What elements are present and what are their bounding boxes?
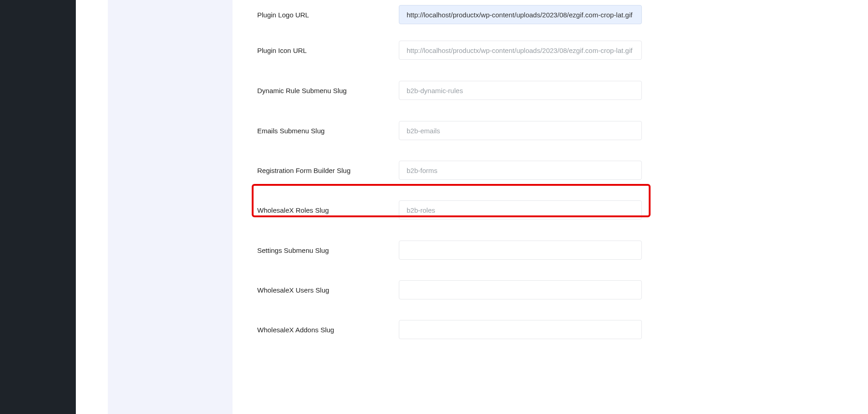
- label-wholesalex-roles-slug: WholesaleX Roles Slug: [257, 206, 399, 214]
- input-wholesalex-addons-slug[interactable]: [399, 320, 642, 339]
- row-wholesalex-users-slug: WholesaleX Users Slug: [257, 270, 841, 310]
- label-plugin-icon-url: Plugin Icon URL: [257, 47, 399, 54]
- row-settings-slug: Settings Submenu Slug: [257, 230, 841, 270]
- row-dynamic-rule-slug: Dynamic Rule Submenu Slug: [257, 70, 841, 110]
- input-plugin-icon-url[interactable]: [399, 41, 642, 60]
- label-dynamic-rule-slug: Dynamic Rule Submenu Slug: [257, 87, 399, 94]
- input-plugin-logo-url-display[interactable]: http://localhost/productx/wp-content/upl…: [399, 5, 642, 24]
- input-registration-form-slug[interactable]: [399, 161, 642, 180]
- label-plugin-logo-url: Plugin Logo URL: [257, 11, 399, 19]
- admin-dark-sidebar: [0, 0, 76, 414]
- row-wholesalex-roles-slug: WholesaleX Roles Slug: [257, 190, 841, 230]
- settings-light-sidebar: [108, 0, 233, 414]
- label-registration-form-slug: Registration Form Builder Slug: [257, 167, 399, 174]
- row-plugin-logo-url: Plugin Logo URL http://localhost/product…: [257, 0, 841, 35]
- input-settings-slug[interactable]: [399, 241, 642, 260]
- input-emails-slug[interactable]: [399, 121, 642, 140]
- row-emails-slug: Emails Submenu Slug: [257, 110, 841, 151]
- row-registration-form-slug: Registration Form Builder Slug: [257, 150, 841, 190]
- label-wholesalex-addons-slug: WholesaleX Addons Slug: [257, 326, 399, 334]
- input-plugin-logo-url-text: http://localhost/productx/wp-content/upl…: [407, 11, 632, 19]
- settings-content: Plugin Logo URL http://localhost/product…: [233, 0, 868, 414]
- input-wholesalex-users-slug[interactable]: [399, 280, 642, 299]
- row-plugin-icon-url: Plugin Icon URL: [257, 30, 841, 70]
- row-wholesalex-addons-slug: WholesaleX Addons Slug: [257, 309, 841, 350]
- input-dynamic-rule-slug[interactable]: [399, 81, 642, 100]
- label-settings-slug: Settings Submenu Slug: [257, 246, 399, 254]
- input-wholesalex-roles-slug[interactable]: [399, 200, 642, 220]
- label-wholesalex-users-slug: WholesaleX Users Slug: [257, 286, 399, 294]
- label-emails-slug: Emails Submenu Slug: [257, 127, 399, 135]
